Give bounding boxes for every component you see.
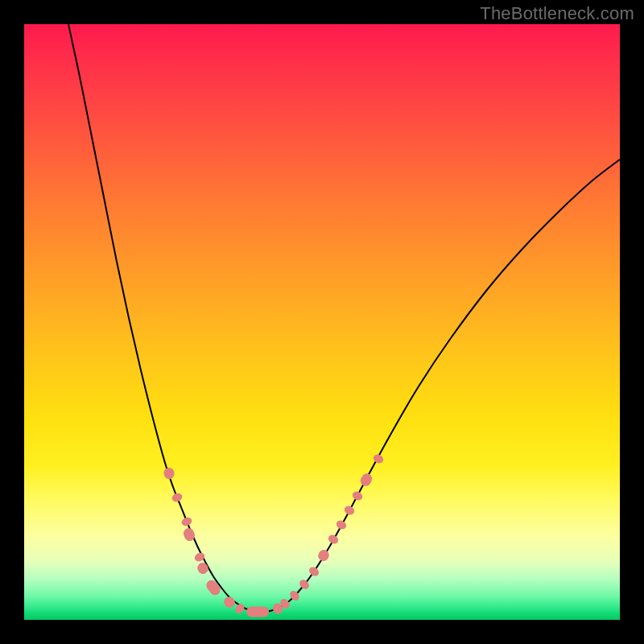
curve-marker [246, 607, 269, 617]
plot-area [24, 24, 620, 620]
curve-marker [308, 565, 320, 578]
curve-marker [358, 472, 374, 488]
curve-marker [343, 505, 356, 517]
curve-marker [372, 453, 385, 465]
curve-marker [316, 548, 331, 564]
curve-marker [163, 466, 175, 480]
curve-marker [351, 490, 364, 502]
curve-marker [221, 594, 237, 609]
curve-marker [180, 516, 193, 527]
chart-frame: TheBottleneck.com [0, 0, 644, 644]
curve-marker [171, 492, 184, 503]
curve-marker [335, 519, 348, 531]
curve-layer [24, 24, 620, 620]
marker-group [163, 453, 385, 617]
curve-marker [327, 533, 340, 545]
watermark-text: TheBottleneck.com [480, 3, 634, 24]
curve-marker [204, 578, 223, 597]
curve-marker [196, 561, 210, 576]
